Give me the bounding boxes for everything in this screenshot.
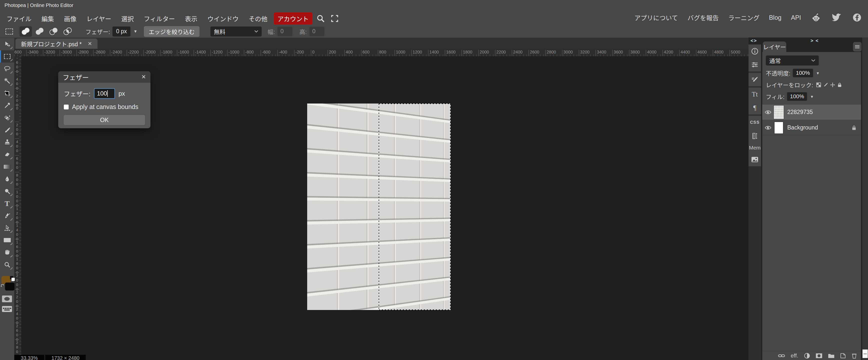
feather-option-value[interactable]: 0 px — [113, 27, 130, 36]
brush-tool[interactable] — [0, 124, 14, 136]
healing-tool[interactable] — [0, 112, 14, 124]
type-tool[interactable]: T — [0, 197, 14, 210]
menu-window[interactable]: ウインドウ — [204, 12, 242, 25]
rectangle-select-tool[interactable] — [0, 50, 14, 62]
character-panel-button[interactable]: Tt — [748, 88, 761, 101]
subtract-selection-button[interactable] — [48, 26, 60, 37]
collapse-panel-mid-handle[interactable]: > < — [810, 38, 819, 43]
twitter-link[interactable] — [831, 12, 842, 23]
adjustment-layer-icon[interactable] — [804, 353, 810, 359]
refine-edge-button[interactable]: エッジを絞り込む — [144, 26, 199, 37]
measure-panel-button[interactable] — [748, 129, 761, 143]
lock-transparency-icon[interactable] — [816, 83, 821, 87]
menu-layer[interactable]: レイヤー — [83, 12, 115, 25]
search-button[interactable] — [315, 13, 326, 24]
lock-all-icon[interactable] — [837, 83, 842, 87]
reddit-link[interactable] — [810, 12, 822, 23]
dialog-title-bar[interactable]: フェザー ✕ — [58, 71, 151, 83]
horizontal-ruler[interactable]: -3600-3400-3200-3000-2800-2600-2400-2200… — [14, 49, 748, 56]
opacity-value[interactable]: 100% — [793, 69, 813, 77]
quick-mask-button[interactable] — [2, 296, 12, 302]
rectangle-tool[interactable] — [0, 234, 14, 246]
fill-value[interactable]: 100% — [787, 92, 807, 101]
link-blog[interactable]: Blog — [769, 14, 781, 21]
hand-tool[interactable] — [0, 246, 14, 259]
pen-tool[interactable] — [0, 210, 14, 222]
eyedropper-tool[interactable] — [0, 99, 14, 112]
menu-image[interactable]: 画像 — [60, 12, 80, 25]
blend-mode-select[interactable]: 通常 — [766, 56, 819, 65]
dialog-close-icon[interactable]: ✕ — [142, 74, 146, 80]
panel-resize-handle[interactable] — [863, 350, 868, 358]
tool-settings-panel-button[interactable] — [748, 73, 761, 86]
lock-pixels-icon[interactable] — [823, 83, 828, 87]
feather-value-input[interactable]: 100 — [94, 88, 115, 99]
link-layers-icon[interactable] — [778, 354, 785, 358]
path-select-tool[interactable] — [0, 222, 14, 234]
delete-layer-icon[interactable] — [851, 353, 857, 359]
document-tab[interactable]: 新規プロジェクト.psd * ✕ — [16, 38, 97, 49]
layer-name[interactable]: 22829735 — [787, 109, 861, 116]
layers-panel-menu-button[interactable] — [853, 42, 862, 52]
image-assets-panel-button[interactable] — [748, 153, 761, 166]
height-option-value[interactable]: 0 — [309, 27, 324, 36]
layer-thumbnail[interactable] — [774, 106, 784, 119]
new-layer-icon[interactable] — [840, 353, 846, 359]
eraser-tool[interactable] — [0, 148, 14, 160]
layer-row[interactable]: Background — [762, 120, 861, 136]
add-selection-button[interactable] — [33, 26, 46, 37]
link-about[interactable]: アプリについて — [634, 13, 678, 22]
default-background-swatch[interactable] — [11, 278, 15, 281]
move-tool[interactable] — [0, 38, 14, 50]
status-zoom-level[interactable]: 33.33% — [14, 355, 44, 360]
clone-stamp-tool[interactable] — [0, 136, 14, 148]
gradient-tool[interactable] — [0, 160, 14, 173]
intersect-selection-button[interactable] — [61, 26, 74, 37]
link-learning[interactable]: ラーニング — [728, 13, 760, 22]
zoom-tool[interactable] — [0, 259, 14, 271]
info-panel-button[interactable] — [748, 44, 761, 58]
canvas-document[interactable] — [307, 103, 451, 310]
status-document-size[interactable]: 1732 × 2480 — [45, 355, 86, 360]
crop-tool[interactable] — [0, 87, 14, 99]
menu-edit[interactable]: 編集 — [38, 12, 58, 25]
layer-visibility-toggle[interactable] — [762, 110, 774, 115]
eye-icon[interactable] — [765, 110, 772, 115]
marquee-mode-select[interactable]: 無料 — [211, 27, 262, 36]
layer-mask-icon[interactable] — [816, 353, 822, 358]
fill-dropdown-arrow[interactable]: ▼ — [810, 94, 814, 99]
link-api[interactable]: API — [791, 14, 801, 21]
css-panel-button[interactable]: CSS — [748, 116, 761, 129]
feather-dropdown-arrow[interactable]: ▼ — [133, 29, 137, 34]
menu-file[interactable]: ファイル — [3, 12, 35, 25]
menu-filter[interactable]: フィルター — [140, 12, 179, 25]
menu-select[interactable]: 選択 — [118, 12, 137, 25]
layer-row[interactable]: 22829735 — [762, 104, 861, 120]
apply-canvas-bounds-checkbox[interactable] — [64, 104, 69, 110]
lock-position-icon[interactable] — [830, 83, 835, 87]
lasso-tool[interactable] — [0, 62, 14, 75]
memory-panel-button[interactable]: Mem — [748, 143, 761, 153]
menu-more[interactable]: その他 — [245, 12, 271, 25]
layer-name[interactable]: Background — [787, 124, 851, 131]
close-tab-icon[interactable]: ✕ — [88, 41, 92, 47]
ok-button[interactable]: OK — [64, 115, 145, 125]
eye-icon[interactable] — [765, 125, 772, 130]
new-group-icon[interactable] — [828, 353, 835, 358]
swap-colors-icon[interactable] — [0, 284, 4, 288]
fullscreen-button[interactable] — [329, 13, 340, 24]
layers-panel-tab[interactable]: レイヤー — [763, 41, 786, 52]
paragraph-panel-button[interactable]: ¶ — [748, 101, 761, 115]
layer-effects-button[interactable]: eff. — [791, 353, 798, 359]
blur-tool[interactable] — [0, 173, 14, 185]
collapse-panel-left-handle[interactable]: <> — [750, 38, 757, 43]
keyboard-shortcuts-button[interactable] — [2, 306, 12, 312]
facebook-link[interactable] — [851, 12, 863, 23]
menu-view[interactable]: 表示 — [181, 12, 201, 25]
new-selection-button[interactable] — [20, 26, 32, 37]
layer-visibility-toggle[interactable] — [762, 125, 774, 130]
layer-thumbnail[interactable] — [774, 122, 783, 134]
menu-account[interactable]: アカウント — [274, 12, 312, 25]
width-option-value[interactable]: 0 — [277, 27, 292, 36]
vertical-ruler[interactable]: -600-400-2000200400600800100012001400160… — [14, 56, 21, 360]
